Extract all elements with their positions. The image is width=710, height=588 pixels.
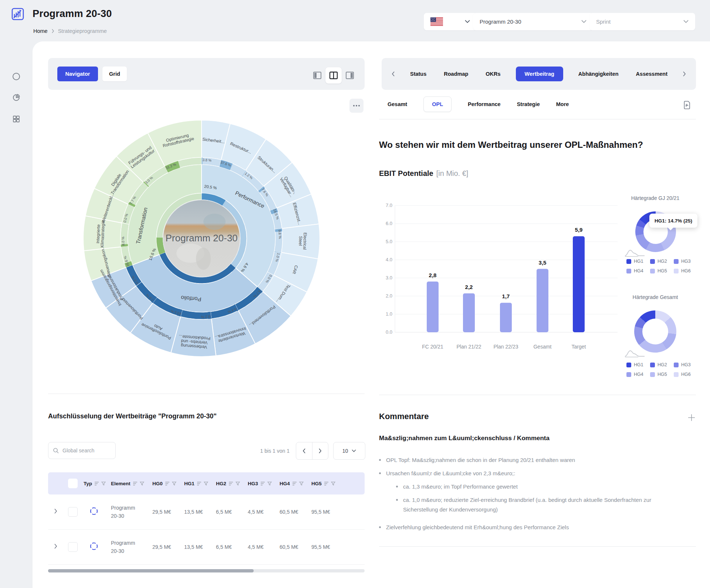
scrollbar-thumb[interactable] bbox=[48, 569, 254, 572]
horizontal-scrollbar[interactable] bbox=[48, 569, 365, 572]
language-selector[interactable] bbox=[424, 13, 477, 30]
bar-Target[interactable] bbox=[573, 236, 585, 332]
kommentar-item: Zielverfehlung gleichbedeutend mit Erh&o… bbox=[379, 523, 682, 532]
sort-icon[interactable] bbox=[165, 482, 170, 486]
sort-icon[interactable] bbox=[133, 482, 138, 486]
filter-icon[interactable] bbox=[172, 482, 176, 486]
row-checkbox[interactable] bbox=[68, 542, 78, 552]
bar-Plan 21/22[interactable] bbox=[463, 293, 475, 332]
sort-icon[interactable] bbox=[324, 482, 329, 486]
sort-icon[interactable] bbox=[229, 482, 233, 486]
sort-icon[interactable] bbox=[94, 482, 99, 486]
pdf-export-icon[interactable] bbox=[683, 101, 691, 109]
legend-label: HG1 bbox=[634, 362, 643, 367]
filter-icon[interactable] bbox=[299, 482, 304, 486]
bar-Plan 22/23[interactable] bbox=[500, 303, 512, 332]
table-row[interactable]: Programm20-3029,5 M€13,5 M€6,5 M€4,5 M€6… bbox=[48, 494, 365, 530]
pagination-info: 1 bis 1 von 1 bbox=[260, 448, 290, 454]
donut1-zoom-sparkline-icon[interactable] bbox=[624, 246, 646, 258]
search-input[interactable] bbox=[62, 447, 108, 454]
layout-split-button[interactable] bbox=[325, 67, 342, 84]
breadcrumb-home[interactable]: Home bbox=[33, 28, 48, 34]
legend-item-hg6[interactable]: HG6 bbox=[674, 268, 697, 273]
subtab-performance[interactable]: Performance bbox=[468, 101, 501, 107]
subtab-opl[interactable]: OPL bbox=[423, 96, 452, 112]
filter-icon[interactable] bbox=[204, 482, 208, 486]
row-checkbox[interactable] bbox=[68, 507, 78, 517]
sunburst-chart[interactable]: Performance20.5 %Sicherheit...3.8 %Restr… bbox=[83, 120, 320, 357]
donut2-zoom-sparkline-icon[interactable] bbox=[624, 347, 646, 358]
global-search[interactable] bbox=[48, 442, 116, 459]
table-row[interactable]: Programm20-3029,5 M€13,5 M€6,5 M€4,5 M€6… bbox=[48, 530, 365, 565]
filter-icon[interactable] bbox=[267, 482, 272, 486]
layout-right-button[interactable] bbox=[342, 67, 358, 84]
bar-FC 20/21[interactable] bbox=[427, 282, 439, 332]
table-body: Programm20-3029,5 M€13,5 M€6,5 M€4,5 M€6… bbox=[0, 494, 317, 565]
column-label: HG3 bbox=[248, 481, 258, 486]
add-comment-icon[interactable] bbox=[687, 413, 696, 422]
legend-label: HG3 bbox=[681, 259, 691, 264]
legend-item-hg2[interactable]: HG2 bbox=[650, 259, 674, 264]
legend-label: HG6 bbox=[681, 372, 691, 377]
chevron-right-icon bbox=[318, 448, 322, 453]
column-label: Element bbox=[111, 481, 131, 486]
subtab-strategie[interactable]: Strategie bbox=[517, 101, 540, 107]
legend-item-hg3[interactable]: HG3 bbox=[674, 362, 697, 367]
row-expander[interactable] bbox=[48, 544, 63, 550]
legend-item-hg1[interactable]: HG1 bbox=[626, 259, 650, 264]
layout-left-button[interactable] bbox=[309, 67, 325, 84]
svg-text:2,2: 2,2 bbox=[465, 284, 473, 290]
legend-item-hg4[interactable]: HG4 bbox=[626, 372, 650, 377]
sort-icon[interactable] bbox=[197, 482, 202, 486]
page-size-select[interactable]: 10 bbox=[333, 442, 365, 460]
section-question: Wo stehen wir mit dem Wertbeitrag unsere… bbox=[379, 140, 643, 150]
legend-label: HG6 bbox=[681, 268, 691, 273]
circle-icon[interactable] bbox=[12, 72, 21, 81]
filter-icon[interactable] bbox=[331, 482, 335, 486]
chevron-right-icon[interactable] bbox=[54, 544, 57, 549]
legend-item-hg1[interactable]: HG1 bbox=[626, 362, 650, 367]
bar-Gesamt[interactable] bbox=[537, 269, 548, 333]
column-label: Typ bbox=[84, 481, 92, 486]
legend-item-hg6[interactable]: HG6 bbox=[674, 372, 697, 377]
subtab-more[interactable]: More bbox=[556, 101, 569, 107]
tab-assessment[interactable]: Assessment bbox=[634, 67, 670, 81]
legend-item-hg2[interactable]: HG2 bbox=[650, 362, 674, 367]
navigator-button[interactable]: Navigator bbox=[57, 67, 98, 81]
sprint-dropdown[interactable]: Sprint bbox=[589, 13, 695, 30]
tab-abhängigkeiten[interactable]: Abhängigkeiten bbox=[576, 67, 621, 81]
legend-item-hg3[interactable]: HG3 bbox=[674, 259, 697, 264]
legend-item-hg4[interactable]: HG4 bbox=[626, 268, 650, 273]
sort-icon[interactable] bbox=[292, 482, 297, 486]
prev-page-button[interactable] bbox=[296, 442, 312, 459]
pie-chart-icon[interactable] bbox=[12, 93, 21, 102]
tab-roadmap[interactable]: Roadmap bbox=[442, 67, 470, 81]
tab-status[interactable]: Status bbox=[408, 67, 429, 81]
subtab-gesamt[interactable]: Gesamt bbox=[388, 101, 407, 107]
legend-swatch bbox=[674, 269, 679, 273]
tab-okrs[interactable]: OKRs bbox=[483, 67, 503, 81]
program-dropdown[interactable]: Programm 20-30 bbox=[473, 13, 593, 30]
tabs-chevron-left-icon[interactable] bbox=[391, 71, 395, 77]
svg-text:6.0: 6.0 bbox=[386, 221, 392, 226]
filter-icon[interactable] bbox=[101, 482, 106, 486]
filter-icon[interactable] bbox=[236, 482, 240, 486]
sunburst-more-button[interactable] bbox=[349, 99, 364, 113]
grid-button[interactable]: Grid bbox=[102, 67, 127, 81]
next-page-button[interactable] bbox=[312, 442, 328, 459]
ebit-bar-chart[interactable]: 0.01.02.03.04.05.06.07.02,8FC 20/212,2Pl… bbox=[379, 191, 630, 357]
haertegrade-gesamt-donut[interactable] bbox=[634, 310, 676, 353]
tabs-chevron-right-icon[interactable] bbox=[683, 71, 686, 77]
column-label: HG2 bbox=[216, 481, 226, 486]
legend-item-hg5[interactable]: HG5 bbox=[650, 372, 674, 377]
legend-item-hg5[interactable]: HG5 bbox=[650, 268, 674, 273]
filter-icon[interactable] bbox=[140, 482, 144, 486]
grid-icon[interactable] bbox=[12, 115, 21, 123]
tab-wertbeitrag[interactable]: Wertbeitrag bbox=[516, 67, 563, 81]
chevron-right-icon[interactable] bbox=[54, 509, 57, 514]
legend-swatch bbox=[674, 259, 679, 264]
row-expander[interactable] bbox=[48, 509, 63, 515]
row-value: 60,5 M€ bbox=[280, 544, 311, 550]
sort-icon[interactable] bbox=[260, 482, 265, 486]
select-all-checkbox[interactable] bbox=[68, 479, 78, 488]
